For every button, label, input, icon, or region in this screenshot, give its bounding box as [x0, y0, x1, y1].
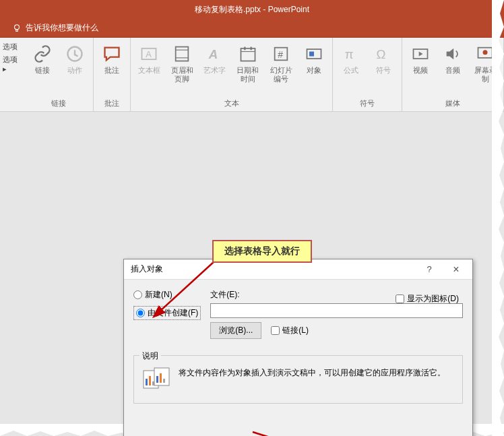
- ribbon-comment-button[interactable]: 批注: [99, 40, 125, 77]
- document-title: 移动复制表格.pptx: [195, 4, 261, 15]
- svg-point-0: [15, 24, 20, 29]
- svg-text:π: π: [345, 47, 354, 61]
- svg-text:Ω: Ω: [377, 47, 386, 61]
- ribbon-headerfooter-button[interactable]: 页眉和页脚: [168, 40, 195, 86]
- file-path-input[interactable]: [210, 303, 463, 318]
- show-as-icon-input[interactable]: [396, 294, 404, 303]
- help-button[interactable]: ?: [416, 264, 443, 274]
- side-tabs: 选项 选项 ▸: [0, 38, 24, 111]
- ribbon-link-button[interactable]: 链接: [30, 40, 55, 77]
- title-bar: 移动复制表格.pptx - PowerPoint: [0, 0, 504, 19]
- dialog-title: 插入对象: [131, 263, 416, 275]
- video-icon: [410, 43, 431, 65]
- ribbon-group-批注: 批注批注: [94, 38, 131, 111]
- ribbon-group-链接: 链接动作链接: [24, 38, 94, 111]
- equation-icon: π: [340, 43, 362, 65]
- svg-point-21: [483, 50, 488, 55]
- description-title: 说明: [139, 350, 161, 362]
- ribbon-object-button[interactable]: 对象: [301, 40, 327, 77]
- tell-me-text: 告诉我你想要做什么: [26, 22, 98, 34]
- torn-edge-right: [492, 0, 504, 436]
- title-sep: -: [261, 5, 268, 14]
- annotation-callout: 选择表格导入就行: [212, 240, 312, 263]
- tab-option-1[interactable]: 选项: [3, 42, 22, 52]
- ribbon-textbox-button: A文本框: [136, 40, 162, 77]
- tab-option-2[interactable]: 选项 ▸: [3, 55, 22, 73]
- tell-me-bar[interactable]: 告诉我你想要做什么: [0, 19, 504, 38]
- svg-text:#: #: [278, 49, 284, 60]
- lightbulb-icon: [12, 24, 22, 33]
- link-checkbox[interactable]: 链接(L): [271, 325, 309, 336]
- audio-icon: [442, 43, 464, 65]
- ribbon-video-button[interactable]: 视频: [408, 40, 433, 77]
- close-button[interactable]: ×: [443, 263, 470, 276]
- svg-rect-27: [156, 376, 158, 383]
- svg-text:A: A: [208, 47, 218, 61]
- ribbon-group-符号: π公式Ω符号符号: [333, 38, 402, 111]
- textbox-icon: A: [138, 43, 160, 65]
- svg-rect-24: [149, 376, 151, 385]
- svg-rect-1: [16, 29, 18, 31]
- insert-object-dialog: 插入对象 ? × 新建(N) 由文件创建(F) 文件(E):: [123, 259, 473, 436]
- svg-rect-9: [241, 49, 255, 61]
- slide-canvas: 3月 40198 200.99 选择表格导入就行 插入对象 ? × 新建(N): [0, 112, 504, 436]
- radio-new[interactable]: 新建(N): [133, 289, 201, 301]
- ribbon-slidenumber-button[interactable]: #幻灯片编号: [267, 40, 294, 86]
- headerfooter-icon: [171, 43, 193, 65]
- link-checkbox-input[interactable]: [271, 326, 280, 335]
- ribbon-action-button: 动作: [62, 40, 88, 77]
- app-name: PowerPoint: [268, 5, 309, 14]
- radio-file-input[interactable]: [136, 309, 145, 317]
- svg-rect-16: [309, 52, 314, 57]
- ribbon-audio-button[interactable]: 音频: [440, 40, 466, 77]
- svg-text:A: A: [146, 49, 152, 59]
- wordart-icon: A: [204, 43, 226, 65]
- comment-icon: [101, 43, 123, 65]
- action-icon: [64, 43, 86, 65]
- datetime-icon: [237, 43, 259, 65]
- svg-rect-29: [163, 379, 165, 383]
- ribbon-wordart-button: A艺术字: [202, 40, 228, 77]
- show-as-icon-checkbox[interactable]: 显示为图标(D): [396, 293, 459, 305]
- svg-rect-5: [176, 47, 189, 61]
- description-box: 说明 将文件内容作为对象插入到演示文稿中，可以用创建它的应用程序激活它。: [133, 355, 463, 404]
- radio-from-file[interactable]: 由文件创建(F): [133, 306, 201, 320]
- link-icon: [32, 43, 53, 65]
- ribbon-group-媒体: 视频音频屏幕录制媒体: [402, 38, 504, 111]
- radio-new-input[interactable]: [133, 290, 142, 299]
- object-icon: [303, 43, 325, 65]
- ribbon-equation-button: π公式: [338, 40, 364, 77]
- ribbon-datetime-button[interactable]: 日期和时间: [234, 40, 261, 86]
- svg-rect-23: [146, 379, 148, 385]
- browse-button[interactable]: 浏览(B)...: [210, 322, 261, 339]
- document-chart-icon: [142, 367, 170, 391]
- svg-rect-28: [160, 373, 162, 383]
- slidenumber-icon: #: [270, 43, 292, 65]
- ribbon-symbol-button: Ω符号: [371, 40, 396, 77]
- ribbon-group-文本: A文本框页眉和页脚A艺术字日期和时间#幻灯片编号对象文本: [131, 38, 333, 111]
- ribbon: 选项 选项 ▸ 链接动作链接批注批注A文本框页眉和页脚A艺术字日期和时间#幻灯片…: [0, 38, 504, 112]
- symbol-icon: Ω: [373, 43, 394, 65]
- description-text: 将文件内容作为对象插入到演示文稿中，可以用创建它的应用程序激活它。: [179, 367, 445, 379]
